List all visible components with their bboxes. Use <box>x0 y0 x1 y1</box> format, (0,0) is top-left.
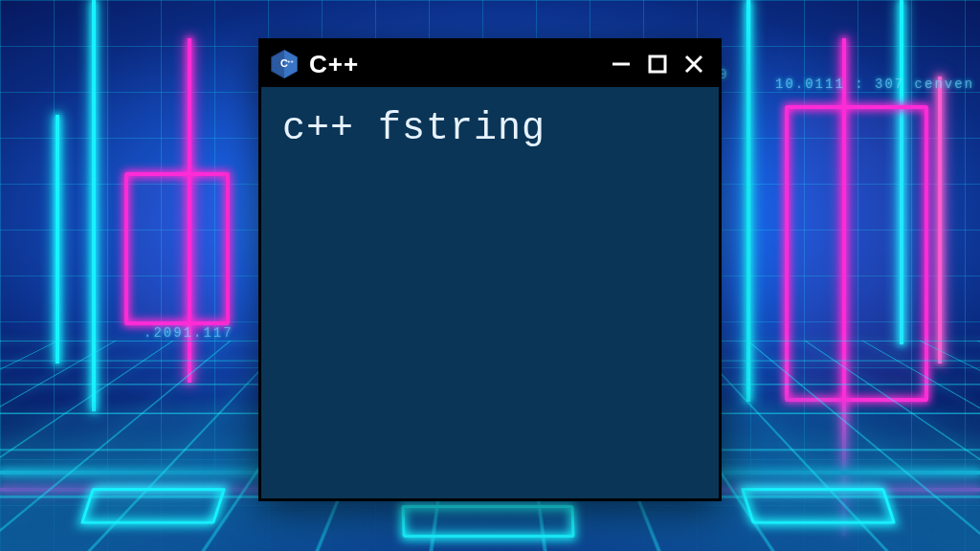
neon-track <box>56 115 59 364</box>
titlebar[interactable]: C ++ C++ <box>261 41 719 87</box>
minimize-icon <box>610 53 633 76</box>
window-title: C++ <box>309 50 359 79</box>
svg-text:++: ++ <box>287 58 293 64</box>
floor-tile <box>741 488 896 524</box>
neon-track <box>938 77 942 364</box>
window-controls <box>608 51 709 77</box>
decorative-digits: .2091.117 <box>144 325 234 341</box>
decorative-digits: 10.0111 : 307 cenven <box>775 77 974 92</box>
floor-tile <box>80 488 226 524</box>
floor-tile <box>401 505 574 538</box>
maximize-icon <box>646 53 669 76</box>
close-icon <box>682 53 705 76</box>
minimize-button[interactable] <box>608 51 635 77</box>
cpp-hex-icon: C ++ <box>269 49 300 79</box>
close-button[interactable] <box>680 51 707 77</box>
console-output: c++ fstring <box>261 87 719 498</box>
console-window: C ++ C++ c++ fs <box>258 38 722 501</box>
maximize-button[interactable] <box>644 51 671 77</box>
svg-rect-5 <box>650 56 665 72</box>
neon-box <box>124 172 230 325</box>
svg-text:C: C <box>280 57 288 69</box>
